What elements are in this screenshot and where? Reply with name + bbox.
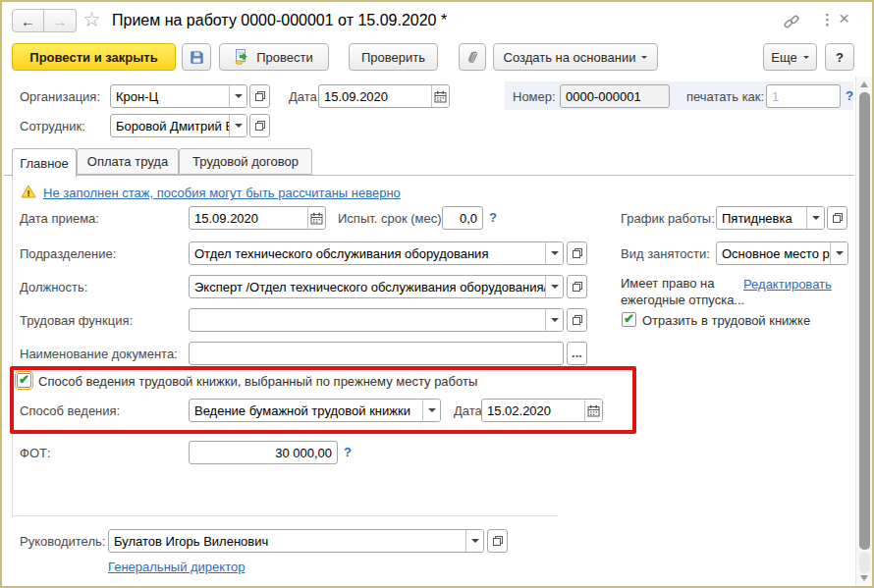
date-field[interactable]: 15.09.2020 <box>318 84 450 108</box>
position-open-button[interactable] <box>567 275 587 298</box>
create-on-basis-button[interactable]: Создать на основании <box>493 43 658 71</box>
fot-help[interactable]: ? <box>344 445 352 459</box>
hire-date-field[interactable]: 15.09.2020 <box>189 206 326 230</box>
position-value: Эксперт /Отдел технического обслуживания… <box>190 276 545 297</box>
tab-salary[interactable]: Оплата труда <box>77 148 179 175</box>
labor-function-open-button[interactable] <box>567 308 587 332</box>
nav-button-group: ← → <box>12 9 77 32</box>
vacation-text-line1: Имеет право на <box>621 276 714 291</box>
document-name-ellipsis-button[interactable]: ... <box>567 342 587 365</box>
chevron-down-icon <box>235 124 243 128</box>
manager-position-link[interactable]: Генеральный директор <box>108 560 245 574</box>
position-label: Должность: <box>20 280 87 294</box>
post-button[interactable]: Провести <box>219 43 329 71</box>
hire-date-calendar-button[interactable] <box>307 207 325 229</box>
manager-dropdown-button[interactable] <box>465 530 483 552</box>
employment-value: Основное место р <box>717 242 830 264</box>
manager-combo[interactable]: Булатов Игорь Виленович <box>108 529 484 553</box>
scrollbar-thumb[interactable] <box>859 92 870 550</box>
back-icon: ← <box>21 13 35 29</box>
document-window: ← → ☆ Прием на работу 0000-000001 от 15.… <box>0 0 874 588</box>
chevron-down-icon <box>471 539 479 543</box>
favorite-star-icon[interactable]: ☆ <box>82 8 101 31</box>
save-icon <box>190 50 204 65</box>
employment-dropdown-button[interactable] <box>830 242 847 264</box>
document-name-field[interactable] <box>189 342 564 365</box>
reflect-workbook-label[interactable]: Отразить в трудовой книжке <box>642 313 810 328</box>
print-as-field[interactable]: 1 <box>766 84 841 108</box>
employment-combo[interactable]: Основное место р <box>716 241 848 265</box>
vacation-edit-link[interactable]: Редактировать <box>743 277 832 292</box>
organization-dropdown-button[interactable] <box>229 85 246 107</box>
position-combo[interactable]: Эксперт /Отдел технического обслуживания… <box>189 275 564 298</box>
fot-field[interactable]: 30 000,00 <box>189 441 338 464</box>
position-dropdown-button[interactable] <box>545 276 563 297</box>
organization-combo[interactable]: Крон-Ц <box>110 84 247 108</box>
post-and-close-button[interactable]: Провести и закрыть <box>12 43 176 71</box>
print-as-help[interactable]: ? <box>846 88 853 103</box>
manager-open-button[interactable] <box>487 529 508 553</box>
probation-field[interactable]: 0,0 <box>442 206 483 230</box>
fot-label: ФОТ: <box>20 446 51 460</box>
get-link-icon[interactable] <box>783 13 800 33</box>
ellipsis-label: ... <box>572 350 582 356</box>
date-value: 15.09.2020 <box>319 85 431 107</box>
schedule-open-button[interactable] <box>827 206 847 230</box>
number-value: 0000-000001 <box>561 85 669 107</box>
chevron-down-icon <box>641 56 647 59</box>
check-button[interactable]: Проверить <box>349 43 438 71</box>
tab-contract[interactable]: Трудовой договор <box>179 148 312 175</box>
probation-label: Испыт. срок (мес): <box>338 211 445 226</box>
svg-text:!: ! <box>27 188 30 198</box>
hire-date-label: Дата приема: <box>20 211 99 226</box>
tabstrip-line <box>4 175 854 176</box>
employee-dropdown-button[interactable] <box>229 115 246 136</box>
scroll-up-icon[interactable] <box>860 81 868 87</box>
department-combo[interactable]: Отдел технического обслуживания оборудов… <box>189 241 564 265</box>
manager-label: Руководитель: <box>20 534 105 549</box>
attachments-button[interactable] <box>459 43 486 71</box>
department-open-button[interactable] <box>567 241 587 265</box>
employee-open-button[interactable] <box>249 114 270 137</box>
labor-function-dropdown-button[interactable] <box>545 309 563 331</box>
date-label: Дата: <box>289 89 320 104</box>
back-button[interactable]: ← <box>12 9 44 32</box>
check-label: Проверить <box>361 50 425 65</box>
post-and-close-label: Провести и закрыть <box>29 50 157 65</box>
document-name-value <box>190 343 563 364</box>
menu-dots-icon[interactable]: ⋮ <box>820 11 835 28</box>
schedule-dropdown-button[interactable] <box>806 207 824 229</box>
more-button[interactable]: Еще <box>763 43 817 71</box>
save-button[interactable] <box>182 43 211 71</box>
employee-combo[interactable]: Боровой Дмитрий Ва <box>110 114 247 137</box>
forward-icon: → <box>53 13 68 29</box>
window-title: Прием на работу 0000-000001 от 15.09.202… <box>112 12 447 29</box>
department-dropdown-button[interactable] <box>545 242 563 264</box>
more-label: Еще <box>771 50 796 65</box>
close-icon[interactable]: × <box>839 8 849 29</box>
tab-main-label: Главное <box>20 156 69 171</box>
vertical-scrollbar[interactable] <box>855 77 872 586</box>
help-label: ? <box>836 50 844 65</box>
scroll-down-icon[interactable] <box>860 575 868 581</box>
create-on-basis-label: Создать на основании <box>504 50 636 65</box>
schedule-combo[interactable]: Пятидневка <box>716 206 825 230</box>
organization-open-button[interactable] <box>249 84 270 108</box>
labor-function-combo[interactable] <box>189 308 564 332</box>
warning-link[interactable]: Не заполнен стаж, пособия могут быть рас… <box>43 186 401 200</box>
scrollbar-track-tail <box>859 552 870 573</box>
open-icon <box>572 281 583 293</box>
check-icon: ✔ <box>624 312 634 325</box>
chevron-down-icon <box>551 285 559 289</box>
tab-main[interactable]: Главное <box>12 148 77 177</box>
fot-value: 30 000,00 <box>190 442 337 463</box>
probation-help[interactable]: ? <box>489 210 497 225</box>
help-button[interactable]: ? <box>825 43 854 71</box>
open-icon <box>572 247 583 259</box>
reflect-workbook-checkbox[interactable]: ✔ <box>622 312 636 327</box>
date-calendar-button[interactable] <box>431 85 449 107</box>
calendar-icon <box>310 212 323 225</box>
hire-date-value: 15.09.2020 <box>190 207 307 229</box>
forward-button[interactable]: → <box>44 9 77 32</box>
number-label: Номер: <box>513 89 556 104</box>
